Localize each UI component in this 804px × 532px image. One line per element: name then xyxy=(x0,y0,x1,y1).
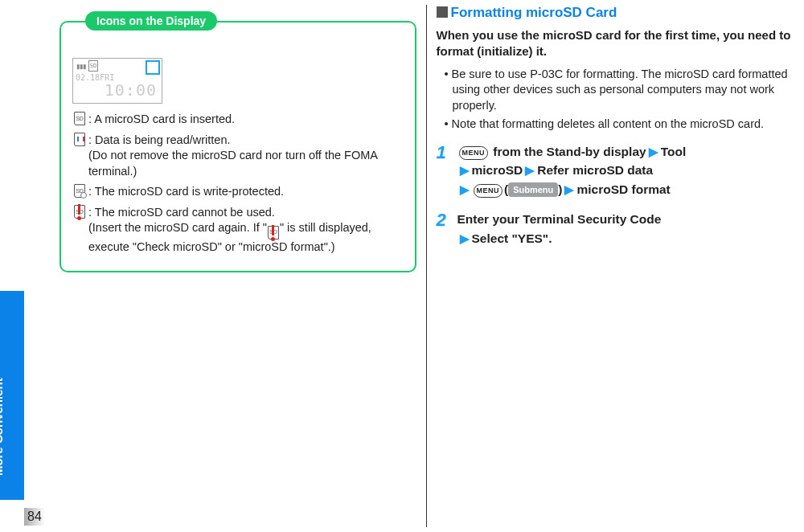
sd-writeprotect-icon: SD xyxy=(74,184,85,198)
sd-readwrite-icon xyxy=(74,133,85,146)
submenu-button-icon: Submenu xyxy=(508,182,558,198)
list-item: : Data is being read/written.(Do not rem… xyxy=(72,133,404,180)
legend-text: The microSD card is write-protected. xyxy=(95,185,284,198)
step-text: Enter your Terminal Security Code xyxy=(457,212,662,226)
step-2: 2 Enter your Terminal Security Code ▶Sel… xyxy=(437,210,794,248)
step-text: microSD format xyxy=(576,182,670,196)
lead-text: When you use the microSD card for the fi… xyxy=(437,27,794,60)
menu-button-icon: MENU xyxy=(459,146,489,161)
legend-sep: : xyxy=(88,133,95,146)
list-item: SD : A microSD card is inserted. xyxy=(72,112,404,128)
arrow-icon: ▶ xyxy=(460,163,470,177)
step-text: from the Stand-by display xyxy=(490,145,646,158)
step-body: MENU from the Stand-by display▶Tool ▶mic… xyxy=(457,142,794,199)
legend-text: The microSD card cannot be used. xyxy=(95,206,275,219)
step-text: Tool xyxy=(661,145,687,158)
column-divider xyxy=(426,5,427,527)
list-item: Note that formatting deletes all content… xyxy=(445,117,794,133)
arrow-icon: ▶ xyxy=(564,182,574,196)
legend-sep: : xyxy=(88,185,95,198)
notes-list: Be sure to use P-03C for formatting. The… xyxy=(437,67,794,133)
legend-text: A microSD card is inserted. xyxy=(94,113,235,125)
legend-text-extra: (Do not remove the microSD card nor turn… xyxy=(88,149,377,178)
arrow-icon: ▶ xyxy=(460,182,470,196)
step-1: 1 MENU from the Stand-by display▶Tool ▶m… xyxy=(437,142,794,199)
list-item: Be sure to use P-03C for formatting. The… xyxy=(445,67,794,114)
step-text: Refer microSD data xyxy=(537,163,653,177)
section-label: More Convenient xyxy=(0,378,5,476)
icon-legend-list: SD : A microSD card is inserted. : Data … xyxy=(72,112,404,255)
right-column: Formatting microSD Card When you use the… xyxy=(430,5,800,527)
arrow-icon: ▶ xyxy=(460,231,470,245)
legend-text-extra-a: (Insert the microSD card again. If " xyxy=(88,221,267,234)
legend-text: Data is being read/written. xyxy=(95,133,230,146)
sd-status-icon: SD xyxy=(88,60,98,72)
heading-text: Formatting microSD Card xyxy=(451,5,617,20)
arrow-icon: ▶ xyxy=(525,163,535,177)
icons-box-title: Icons on the Display xyxy=(85,11,217,31)
icons-on-display-box: Icons on the Display ▮▮▮ SD 02.18FRI 10:… xyxy=(59,21,416,272)
section-heading: Formatting microSD Card xyxy=(437,5,794,21)
sd-error-icon: SD xyxy=(74,205,85,219)
square-bullet-icon xyxy=(437,6,448,18)
signal-icon: ▮▮▮ xyxy=(76,62,85,71)
step-text: Select "YES". xyxy=(472,231,552,245)
sd-error-icon-inline: SD xyxy=(268,226,279,239)
step-body: Enter your Terminal Security Code ▶Selec… xyxy=(457,210,794,248)
display-time: 10:00 xyxy=(105,80,157,100)
legend-sep: : xyxy=(88,206,95,219)
list-item: SD : The microSD card is write-protected… xyxy=(72,184,404,200)
sidebar: More Convenient 84 xyxy=(0,0,45,532)
step-number: 1 xyxy=(437,142,457,199)
highlight-box-icon xyxy=(146,60,160,75)
list-item: SD : The microSD card cannot be used. (I… xyxy=(72,205,404,255)
step-text: microSD xyxy=(472,163,523,177)
menu-button-icon: MENU xyxy=(474,184,503,198)
sd-inserted-icon: SD xyxy=(74,112,85,125)
left-column: Icons on the Display ▮▮▮ SD 02.18FRI 10:… xyxy=(53,5,423,527)
arrow-icon: ▶ xyxy=(649,145,658,158)
phone-display-mock: ▮▮▮ SD 02.18FRI 10:00 xyxy=(72,58,162,104)
step-number: 2 xyxy=(437,210,457,248)
page-number: 84 xyxy=(24,508,50,526)
